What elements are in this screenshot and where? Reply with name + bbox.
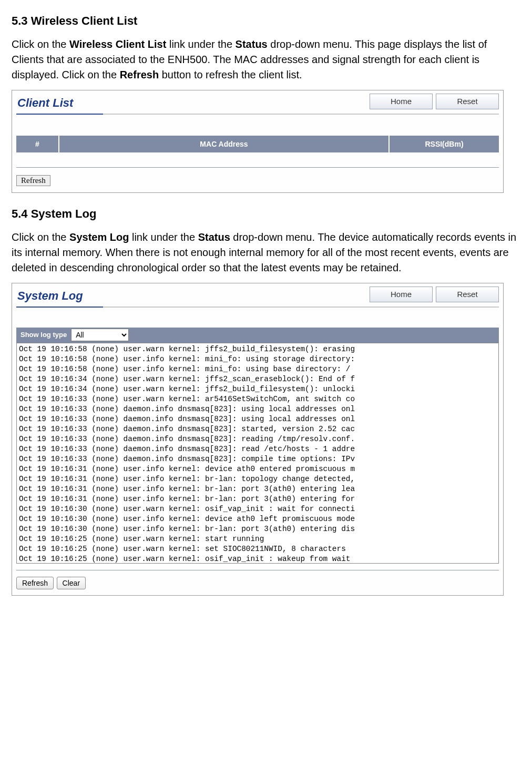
column-header-mac: MAC Address [59, 136, 389, 152]
text: Click on the [12, 231, 69, 243]
panel-title-client-list: Client List [16, 94, 73, 114]
text: button to refresh the client list. [159, 69, 302, 80]
home-button[interactable]: Home [370, 287, 433, 302]
title-underline [16, 307, 499, 308]
bold-status: Status [198, 231, 230, 243]
refresh-button[interactable]: Refresh [16, 175, 50, 186]
clear-button[interactable]: Clear [57, 577, 86, 589]
paragraph-5-4: Click on the System Log link under the S… [12, 230, 520, 275]
bold-wireless-client-list: Wireless Client List [69, 38, 166, 50]
client-list-table: # MAC Address RSSI(dBm) [16, 136, 499, 152]
column-header-number: # [16, 136, 59, 152]
heading-5-3: 5.3 Wireless Client List [12, 13, 520, 29]
heading-5-4: 5.4 System Log [12, 206, 520, 222]
text: link under the [129, 231, 198, 243]
reset-button[interactable]: Reset [436, 94, 499, 109]
column-header-rssi: RSSI(dBm) [389, 136, 499, 152]
reset-button[interactable]: Reset [436, 287, 499, 302]
show-log-type-label: Show log type [16, 328, 71, 343]
paragraph-5-3: Click on the Wireless Client List link u… [12, 37, 520, 83]
bold-refresh: Refresh [120, 69, 159, 80]
separator [16, 167, 499, 168]
text: link under the [166, 38, 235, 50]
refresh-button[interactable]: Refresh [16, 577, 54, 589]
home-button[interactable]: Home [370, 94, 433, 109]
show-log-type-select[interactable]: All [71, 329, 129, 341]
log-textarea[interactable]: Oct 19 10:16:58 (none) user.warn kernel:… [16, 343, 499, 564]
bold-system-log: System Log [69, 231, 129, 243]
system-log-panel: System Log Home Reset Show log type All … [12, 283, 504, 596]
show-log-type-row: Show log type All [16, 328, 499, 343]
panel-title-system-log: System Log [16, 287, 83, 307]
text: Click on the [12, 38, 69, 50]
bold-status: Status [236, 38, 268, 50]
client-list-panel: Client List Home Reset # MAC Address RSS… [12, 90, 504, 193]
separator [16, 570, 499, 570]
title-underline [16, 114, 499, 115]
